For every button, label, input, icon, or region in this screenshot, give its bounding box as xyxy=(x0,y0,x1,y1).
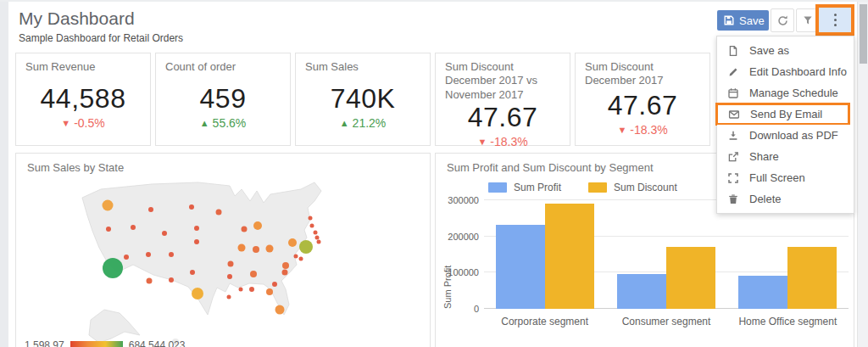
x-axis-tick-label: Home Office segment xyxy=(728,316,847,327)
map-bubble[interactable] xyxy=(239,288,243,292)
map-bubble[interactable] xyxy=(147,278,153,284)
map-bubble[interactable] xyxy=(282,262,289,269)
map-bubble[interactable] xyxy=(228,261,234,267)
dashboard-app: My Dashboard Sample Dashboard for Retail… xyxy=(0,0,868,347)
legend-swatch-yellow xyxy=(588,182,607,193)
bar-sum-profit[interactable] xyxy=(738,276,787,309)
map-bubble[interactable] xyxy=(238,244,246,252)
delta-triangle-icon: ▼ xyxy=(477,137,487,147)
kpi-title: Count of order xyxy=(165,60,281,74)
map-bubble[interactable] xyxy=(266,245,274,253)
menu-item-edit-dashboard-info[interactable]: Edit Dashboard Info xyxy=(717,61,854,82)
map-bubble[interactable] xyxy=(315,236,320,240)
bar-chart-legend: Sum Profit Sum Discount xyxy=(488,182,677,193)
y-axis-tick-label: 100000 xyxy=(438,267,479,277)
map-bubble[interactable] xyxy=(249,287,254,292)
map-bubble[interactable] xyxy=(227,295,231,299)
map-bubble[interactable] xyxy=(146,252,151,257)
legend-entry-sum-profit: Sum Profit xyxy=(488,182,561,193)
map-widget: Sum Sales by State 1,598.97 684,544.023 xyxy=(15,153,431,347)
map-bubble[interactable] xyxy=(194,239,199,244)
kpi-delta: ▲21.2% xyxy=(340,116,387,130)
menu-item-share[interactable]: Share xyxy=(717,146,854,167)
us-map-svg xyxy=(16,154,431,347)
vertical-scrollbar xyxy=(857,2,868,347)
filter-icon xyxy=(802,14,814,26)
kpi-value: 740K xyxy=(331,83,396,115)
map-bubble[interactable] xyxy=(131,225,136,230)
bar-plot: 0100000200000300000Corporate segmentCons… xyxy=(484,200,849,309)
map-bubble[interactable] xyxy=(148,207,153,212)
kpi-value: 47.67 xyxy=(608,90,678,121)
map-bubble[interactable] xyxy=(294,255,298,259)
kpi-value: 47.67 xyxy=(468,102,538,133)
map-bubble[interactable] xyxy=(189,204,194,210)
map-bubble[interactable] xyxy=(103,258,123,278)
map-bubble[interactable] xyxy=(106,227,111,232)
map-bubble[interactable] xyxy=(162,231,167,236)
map-bubble[interactable] xyxy=(275,305,285,315)
bar-sum-discount[interactable] xyxy=(787,247,837,309)
delta-triangle-icon: ▼ xyxy=(61,118,70,128)
kpi-title: Sum Revenue xyxy=(25,60,141,74)
kpi-delta: ▲55.6% xyxy=(200,116,247,130)
kpi-card-sum-sales: Sum Sales 740K ▲21.2% xyxy=(295,53,431,146)
kpi-card-sum-discount-december: Sum Discount December 2017 47.67 ▼-18.3% xyxy=(575,53,710,146)
map-bubble[interactable] xyxy=(169,277,174,283)
menu-item-full-screen[interactable]: Full Screen xyxy=(717,167,854,188)
scrollbar-thumb[interactable] xyxy=(860,4,867,64)
envelope-icon xyxy=(728,109,740,120)
map-bubble[interactable] xyxy=(169,252,174,257)
map-bubble[interactable] xyxy=(216,210,222,215)
calendar-icon xyxy=(727,87,739,99)
kpi-delta: ▼-18.3% xyxy=(477,135,527,148)
menu-item-download-as-pdf[interactable]: Download as PDF xyxy=(717,125,854,146)
file-icon xyxy=(727,45,739,57)
more-options-button[interactable] xyxy=(819,8,851,32)
map-bubble[interactable] xyxy=(103,200,114,211)
map-bubble[interactable] xyxy=(272,282,277,287)
map-bubble[interactable] xyxy=(299,240,313,254)
menu-item-send-by-email[interactable]: Send By Email xyxy=(715,103,850,126)
alaska-shape xyxy=(89,310,140,343)
map-legend-max: 684,544.023 xyxy=(129,339,186,347)
map-bubble[interactable] xyxy=(266,288,273,295)
kpi-title: Sum Discount December 2017 xyxy=(585,60,700,88)
refresh-button[interactable] xyxy=(771,8,794,32)
map-bubble[interactable] xyxy=(317,240,321,244)
map-bubble[interactable] xyxy=(242,227,248,232)
more-options-kebab-icon xyxy=(834,14,837,16)
map-bubble[interactable] xyxy=(190,270,195,275)
map-bubble[interactable] xyxy=(282,270,288,276)
map-color-gradient xyxy=(70,341,123,347)
menu-item-manage-schedule[interactable]: Manage Schedule xyxy=(717,82,854,104)
delta-triangle-icon: ▲ xyxy=(200,118,209,128)
save-button[interactable]: Save xyxy=(717,10,769,31)
page-subtitle: Sample Dashboard for Retail Orders xyxy=(19,32,183,44)
bar-sum-profit[interactable] xyxy=(496,225,545,309)
map-bubble[interactable] xyxy=(253,246,259,253)
map-bubble[interactable] xyxy=(194,226,199,231)
map-legend-min: 1,598.97 xyxy=(25,339,64,347)
map-bubble[interactable] xyxy=(288,238,297,247)
map-bubble[interactable] xyxy=(124,255,129,260)
map-bubble[interactable] xyxy=(253,221,262,230)
map-bubble[interactable] xyxy=(309,216,313,221)
menu-item-delete[interactable]: Delete xyxy=(717,188,854,210)
map-bubble[interactable] xyxy=(299,257,303,261)
menu-item-save-as[interactable]: Save as xyxy=(717,40,854,61)
dashboard-options-menu: Save as Edit Dashboard Info Manage Sched… xyxy=(716,36,854,214)
bar-sum-discount[interactable] xyxy=(666,247,715,309)
legend-swatch-blue xyxy=(488,182,507,193)
fullscreen-icon xyxy=(727,172,739,184)
y-axis-tick-label: 200000 xyxy=(438,232,479,242)
map-bubble[interactable] xyxy=(310,224,314,228)
x-axis-tick-label: Corporate segment xyxy=(486,316,604,327)
kpi-value: 44,588 xyxy=(41,83,126,115)
bar-sum-profit[interactable] xyxy=(617,274,666,309)
map-bubble[interactable] xyxy=(250,271,257,277)
map-bubble[interactable] xyxy=(314,231,318,235)
bar-sum-discount[interactable] xyxy=(545,204,594,309)
map-bubble[interactable] xyxy=(192,288,203,299)
map-bubble[interactable] xyxy=(227,274,232,279)
